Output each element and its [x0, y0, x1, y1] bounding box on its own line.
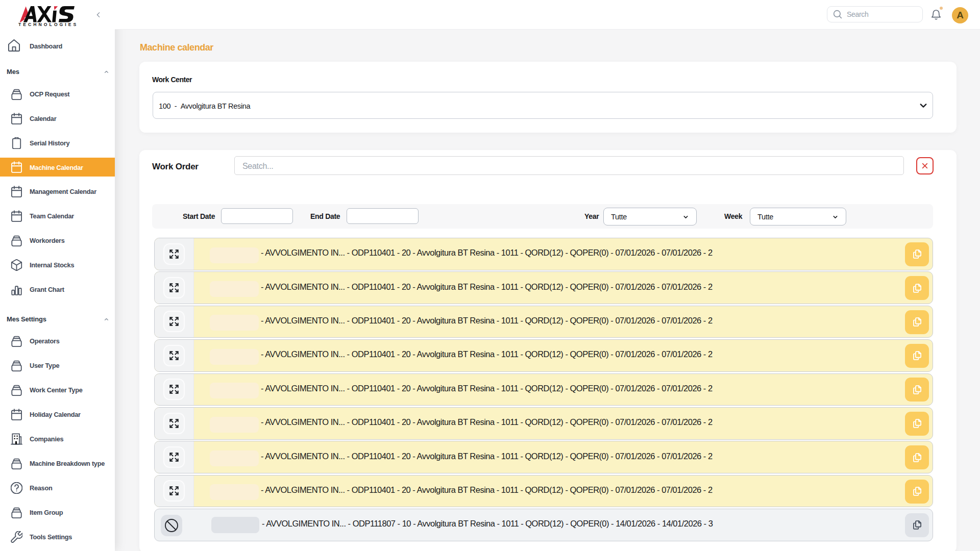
svg-text:TECHNOLOGIES: TECHNOLOGIES	[18, 22, 78, 27]
